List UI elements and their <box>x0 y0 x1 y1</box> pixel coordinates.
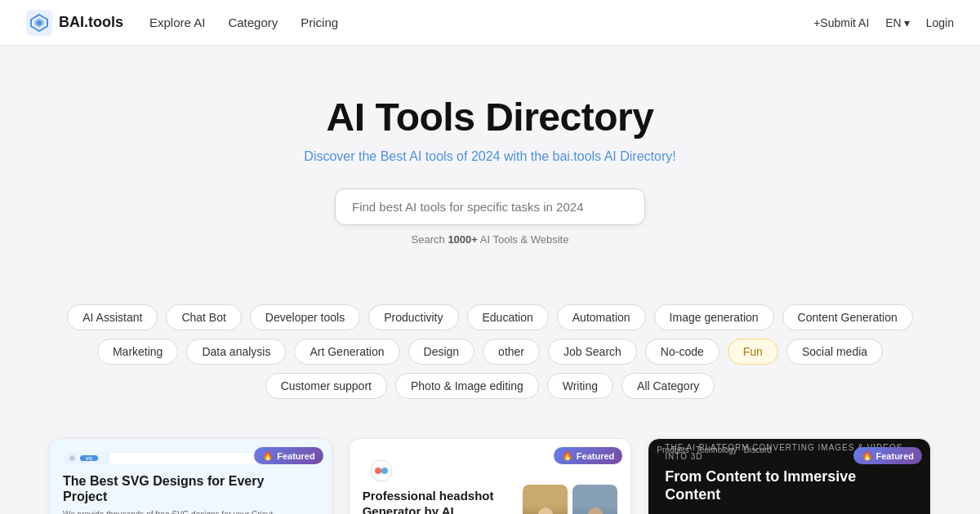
search-container: Search 1000+ AI Tools & Website <box>16 188 964 246</box>
navbar: BAI.tools Explore AI Category Pricing +S… <box>0 0 980 46</box>
svg-point-1 <box>37 20 42 25</box>
card-2-text: Professional headshot Generator by AI Cr… <box>363 488 514 515</box>
tag-design[interactable]: Design <box>408 339 475 365</box>
navbar-right: +Submit AI EN ▾ Login <box>813 16 954 29</box>
tag-developer-tools[interactable]: Developer tools <box>250 304 360 330</box>
search-input[interactable] <box>335 188 645 225</box>
featured-badge-2: Featured <box>554 447 622 464</box>
tag-no-code[interactable]: No-code <box>645 339 719 365</box>
tag-education[interactable]: Education <box>467 304 549 330</box>
categories-section: AI Assistant Chat Bot Developer tools Pr… <box>0 285 980 419</box>
subtitle-highlight: AI tools of 2024 <box>409 149 500 163</box>
search-hint: Search 1000+ AI Tools & Website <box>412 233 569 246</box>
card-2-logo <box>361 450 402 491</box>
svg-point-3 <box>375 467 381 474</box>
card-3-nav-items: Products Technology Discord <box>657 445 771 454</box>
search-hint-post: AI Tools & Website <box>478 233 569 246</box>
card-headshot[interactable]: Featured Professional headshot Generator… <box>349 438 632 514</box>
tag-fun[interactable]: Fun <box>728 339 778 365</box>
card-2-title: Professional headshot Generator by AI <box>363 488 514 515</box>
tag-art-generation[interactable]: Art Generation <box>294 339 399 365</box>
tag-social-media[interactable]: Social media <box>786 339 883 365</box>
chevron-down-icon: ▾ <box>904 16 910 29</box>
tag-chat-bot[interactable]: Chat Bot <box>166 304 241 330</box>
tag-customer-support[interactable]: Customer support <box>265 373 387 399</box>
card-1-desc: We provide thousands of free SVG designs… <box>63 509 312 514</box>
photo-male <box>572 485 617 514</box>
svg-point-4 <box>381 467 388 474</box>
tag-content-generation[interactable]: Content Generation <box>782 304 913 330</box>
featured-badge-3: Featured <box>853 447 922 464</box>
site-logo[interactable]: BAI.tools <box>26 10 123 36</box>
tag-productivity[interactable]: Productivity <box>368 304 458 330</box>
nav-category[interactable]: Category <box>228 16 278 29</box>
language-selector[interactable]: EN ▾ <box>885 16 909 29</box>
lang-label: EN <box>885 16 901 29</box>
featured-badge-1: Featured <box>254 447 323 464</box>
search-hint-pre: Search <box>412 233 448 246</box>
hero-title: AI Tools Directory <box>16 95 964 140</box>
badge-label-2: Featured <box>577 451 614 461</box>
hero-section: AI Tools Directory Discover the Best AI … <box>0 46 980 285</box>
nav-explore[interactable]: Explore AI <box>149 16 205 29</box>
tag-automation[interactable]: Automation <box>557 304 646 330</box>
svg-point-5 <box>538 507 553 514</box>
subtitle-pre: Discover the Best <box>304 149 409 163</box>
card-svg-designs[interactable]: Featured VG The Best SVG Designs for Eve… <box>49 438 332 514</box>
tag-writing[interactable]: Writing <box>547 373 613 399</box>
login-button[interactable]: Login <box>926 16 954 29</box>
card-3-nav: Products Technology Discord <box>657 445 771 454</box>
card-immersive[interactable]: Featured Products Technology Discord The… <box>648 438 931 514</box>
mock-logo: VG <box>80 455 98 461</box>
logo-text: BAI.tools <box>59 14 123 31</box>
nav-links: Explore AI Category Pricing <box>149 16 813 29</box>
badge-label-3: Featured <box>876 451 914 461</box>
logo-circle-icon <box>370 459 393 482</box>
card-1-text: The Best SVG Designs for Every Project W… <box>63 473 318 514</box>
card-1-title: The Best SVG Designs for Every Project <box>63 473 312 504</box>
person-icon-2 <box>572 504 617 514</box>
svg-point-6 <box>588 507 603 514</box>
person-silhouette-2 <box>583 505 608 514</box>
card-3-title: From Content to Immersive Content <box>665 467 914 504</box>
mock-dot-1 <box>69 455 75 461</box>
card-1-content: The Best SVG Designs for Every Project W… <box>63 473 318 514</box>
tag-other[interactable]: other <box>483 339 540 365</box>
badge-label-1: Featured <box>277 451 314 461</box>
tag-all-category[interactable]: All Category <box>621 373 715 399</box>
nav-pricing[interactable]: Pricing <box>301 16 338 29</box>
tag-job-search[interactable]: Job Search <box>548 339 637 365</box>
search-hint-count: 1000+ <box>448 233 478 246</box>
tag-photo-editing[interactable]: Photo & Image editing <box>395 373 539 399</box>
subtitle-post: with the bai.tools AI Directory! <box>500 149 675 163</box>
person-silhouette <box>533 505 558 514</box>
tag-ai-assistant[interactable]: AI Assistant <box>67 304 158 330</box>
person-icon <box>523 504 568 514</box>
tag-image-generation[interactable]: Image generation <box>654 304 774 330</box>
photo-female <box>523 485 568 514</box>
card-2-photos <box>523 485 617 514</box>
hero-subtitle: Discover the Best AI tools of 2024 with … <box>16 149 964 164</box>
submit-ai-link[interactable]: +Submit AI <box>813 16 869 29</box>
tag-marketing[interactable]: Marketing <box>97 339 178 365</box>
tag-data-analysis[interactable]: Data analysis <box>186 339 286 365</box>
featured-cards: Featured VG The Best SVG Designs for Eve… <box>0 419 980 514</box>
logo-icon <box>26 10 52 36</box>
